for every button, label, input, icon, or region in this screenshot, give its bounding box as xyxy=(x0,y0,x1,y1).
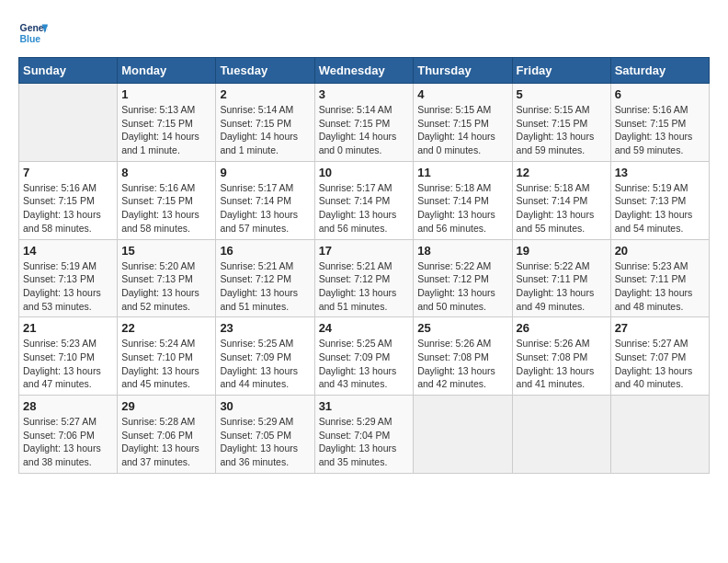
day-number: 13 xyxy=(615,166,705,179)
calendar-cell: 17Sunrise: 5:21 AM Sunset: 7:12 PM Dayli… xyxy=(314,239,414,317)
day-number: 22 xyxy=(121,321,211,335)
page-header: General Blue xyxy=(18,18,710,48)
day-info: Sunrise: 5:23 AM Sunset: 7:11 PM Dayligh… xyxy=(615,259,705,314)
day-number: 18 xyxy=(417,244,507,258)
day-info: Sunrise: 5:14 AM Sunset: 7:15 PM Dayligh… xyxy=(220,103,310,157)
day-number: 27 xyxy=(615,321,705,335)
calendar-cell: 27Sunrise: 5:27 AM Sunset: 7:07 PM Dayli… xyxy=(610,317,709,396)
day-info: Sunrise: 5:27 AM Sunset: 7:06 PM Dayligh… xyxy=(23,415,113,469)
header-thursday: Thursday xyxy=(414,58,512,84)
day-number: 10 xyxy=(319,166,410,179)
day-number: 29 xyxy=(121,399,211,413)
day-number: 8 xyxy=(121,166,211,179)
day-number: 28 xyxy=(23,399,113,413)
day-info: Sunrise: 5:18 AM Sunset: 7:14 PM Dayligh… xyxy=(417,181,507,236)
day-info: Sunrise: 5:19 AM Sunset: 7:13 PM Dayligh… xyxy=(23,259,113,314)
day-info: Sunrise: 5:15 AM Sunset: 7:15 PM Dayligh… xyxy=(417,103,507,157)
calendar-cell: 19Sunrise: 5:22 AM Sunset: 7:11 PM Dayli… xyxy=(512,239,610,317)
day-info: Sunrise: 5:15 AM Sunset: 7:15 PM Dayligh… xyxy=(517,103,607,157)
calendar-cell: 25Sunrise: 5:26 AM Sunset: 7:08 PM Dayli… xyxy=(414,317,512,396)
day-number: 5 xyxy=(517,87,607,101)
day-info: Sunrise: 5:29 AM Sunset: 7:05 PM Dayligh… xyxy=(220,415,310,469)
calendar-cell: 30Sunrise: 5:29 AM Sunset: 7:05 PM Dayli… xyxy=(216,396,314,474)
day-number: 17 xyxy=(319,244,410,258)
calendar-cell: 31Sunrise: 5:29 AM Sunset: 7:04 PM Dayli… xyxy=(314,396,414,474)
calendar-cell: 20Sunrise: 5:23 AM Sunset: 7:11 PM Dayli… xyxy=(610,239,709,317)
logo: General Blue xyxy=(18,18,51,48)
day-number: 2 xyxy=(220,87,310,101)
header-sunday: Sunday xyxy=(19,58,118,84)
day-number: 16 xyxy=(220,244,310,258)
day-info: Sunrise: 5:28 AM Sunset: 7:06 PM Dayligh… xyxy=(121,415,211,469)
day-number: 9 xyxy=(220,166,310,179)
day-info: Sunrise: 5:16 AM Sunset: 7:15 PM Dayligh… xyxy=(615,103,705,157)
day-number: 14 xyxy=(23,244,113,258)
calendar-cell: 2Sunrise: 5:14 AM Sunset: 7:15 PM Daylig… xyxy=(216,84,314,162)
day-info: Sunrise: 5:14 AM Sunset: 7:15 PM Dayligh… xyxy=(319,103,410,157)
day-number: 11 xyxy=(417,166,507,179)
header-saturday: Saturday xyxy=(610,58,709,84)
day-number: 1 xyxy=(121,87,211,101)
day-info: Sunrise: 5:23 AM Sunset: 7:10 PM Dayligh… xyxy=(23,337,113,391)
svg-text:Blue: Blue xyxy=(20,34,41,44)
calendar-cell: 1Sunrise: 5:13 AM Sunset: 7:15 PM Daylig… xyxy=(118,84,216,162)
calendar-cell: 9Sunrise: 5:17 AM Sunset: 7:14 PM Daylig… xyxy=(216,161,314,239)
day-number: 7 xyxy=(23,166,113,179)
day-number: 3 xyxy=(319,87,410,101)
day-number: 21 xyxy=(23,321,113,335)
header-friday: Friday xyxy=(512,58,610,84)
calendar-cell: 6Sunrise: 5:16 AM Sunset: 7:15 PM Daylig… xyxy=(610,84,709,162)
day-number: 23 xyxy=(220,321,310,335)
week-row-1: 1Sunrise: 5:13 AM Sunset: 7:15 PM Daylig… xyxy=(19,84,710,162)
calendar-cell: 4Sunrise: 5:15 AM Sunset: 7:15 PM Daylig… xyxy=(414,84,512,162)
day-info: Sunrise: 5:26 AM Sunset: 7:08 PM Dayligh… xyxy=(417,337,507,391)
calendar-cell: 18Sunrise: 5:22 AM Sunset: 7:12 PM Dayli… xyxy=(414,239,512,317)
calendar-table: SundayMondayTuesdayWednesdayThursdayFrid… xyxy=(18,57,710,474)
calendar-cell: 22Sunrise: 5:24 AM Sunset: 7:10 PM Dayli… xyxy=(118,317,216,396)
calendar-cell: 16Sunrise: 5:21 AM Sunset: 7:12 PM Dayli… xyxy=(216,239,314,317)
calendar-cell xyxy=(512,396,610,474)
day-info: Sunrise: 5:26 AM Sunset: 7:08 PM Dayligh… xyxy=(517,337,607,391)
day-number: 31 xyxy=(319,399,410,413)
day-number: 12 xyxy=(517,166,607,179)
calendar-cell: 24Sunrise: 5:25 AM Sunset: 7:09 PM Dayli… xyxy=(314,317,414,396)
day-number: 24 xyxy=(319,321,410,335)
calendar-cell: 13Sunrise: 5:19 AM Sunset: 7:13 PM Dayli… xyxy=(610,161,709,239)
calendar-cell: 15Sunrise: 5:20 AM Sunset: 7:13 PM Dayli… xyxy=(118,239,216,317)
calendar-cell: 14Sunrise: 5:19 AM Sunset: 7:13 PM Dayli… xyxy=(19,239,118,317)
calendar-header-row: SundayMondayTuesdayWednesdayThursdayFrid… xyxy=(19,58,710,84)
calendar-cell xyxy=(414,396,512,474)
week-row-2: 7Sunrise: 5:16 AM Sunset: 7:15 PM Daylig… xyxy=(19,161,710,239)
day-number: 6 xyxy=(615,87,705,101)
day-info: Sunrise: 5:22 AM Sunset: 7:11 PM Dayligh… xyxy=(517,259,607,314)
day-info: Sunrise: 5:13 AM Sunset: 7:15 PM Dayligh… xyxy=(121,103,211,157)
day-number: 20 xyxy=(615,244,705,258)
calendar-cell: 28Sunrise: 5:27 AM Sunset: 7:06 PM Dayli… xyxy=(19,396,118,474)
calendar-cell: 12Sunrise: 5:18 AM Sunset: 7:14 PM Dayli… xyxy=(512,161,610,239)
day-number: 30 xyxy=(220,399,310,413)
calendar-cell: 7Sunrise: 5:16 AM Sunset: 7:15 PM Daylig… xyxy=(19,161,118,239)
week-row-5: 28Sunrise: 5:27 AM Sunset: 7:06 PM Dayli… xyxy=(19,396,710,474)
day-info: Sunrise: 5:27 AM Sunset: 7:07 PM Dayligh… xyxy=(615,337,705,391)
week-row-3: 14Sunrise: 5:19 AM Sunset: 7:13 PM Dayli… xyxy=(19,239,710,317)
day-number: 4 xyxy=(417,87,507,101)
calendar-cell xyxy=(19,84,118,162)
day-info: Sunrise: 5:25 AM Sunset: 7:09 PM Dayligh… xyxy=(220,337,310,391)
day-info: Sunrise: 5:17 AM Sunset: 7:14 PM Dayligh… xyxy=(220,181,310,236)
header-monday: Monday xyxy=(118,58,216,84)
calendar-cell: 8Sunrise: 5:16 AM Sunset: 7:15 PM Daylig… xyxy=(118,161,216,239)
header-wednesday: Wednesday xyxy=(314,58,414,84)
header-tuesday: Tuesday xyxy=(216,58,314,84)
calendar-cell: 26Sunrise: 5:26 AM Sunset: 7:08 PM Dayli… xyxy=(512,317,610,396)
calendar-body: 1Sunrise: 5:13 AM Sunset: 7:15 PM Daylig… xyxy=(19,84,710,474)
day-info: Sunrise: 5:16 AM Sunset: 7:15 PM Dayligh… xyxy=(23,181,113,236)
calendar-cell: 3Sunrise: 5:14 AM Sunset: 7:15 PM Daylig… xyxy=(314,84,414,162)
logo-icon: General Blue xyxy=(18,18,48,48)
day-info: Sunrise: 5:24 AM Sunset: 7:10 PM Dayligh… xyxy=(121,337,211,391)
day-info: Sunrise: 5:20 AM Sunset: 7:13 PM Dayligh… xyxy=(121,259,211,314)
day-number: 19 xyxy=(517,244,607,258)
calendar-cell xyxy=(610,396,709,474)
day-info: Sunrise: 5:17 AM Sunset: 7:14 PM Dayligh… xyxy=(319,181,410,236)
calendar-cell: 10Sunrise: 5:17 AM Sunset: 7:14 PM Dayli… xyxy=(314,161,414,239)
calendar-cell: 11Sunrise: 5:18 AM Sunset: 7:14 PM Dayli… xyxy=(414,161,512,239)
